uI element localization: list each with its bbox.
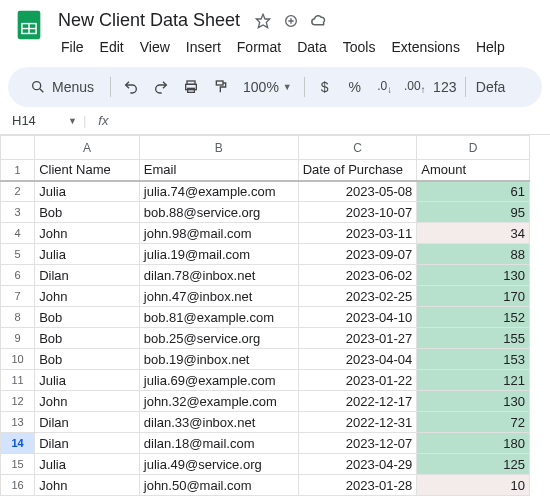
cell-email[interactable]: julia.69@example.com <box>139 370 298 391</box>
cell-date[interactable]: 2023-03-11 <box>298 223 417 244</box>
decrease-decimal-button[interactable]: .0↓ <box>371 73 399 101</box>
menu-view[interactable]: View <box>133 35 177 59</box>
row-head[interactable]: 14 <box>1 433 35 454</box>
cell-email[interactable]: julia.19@mail.com <box>139 244 298 265</box>
cell-email[interactable]: bob.25@service.org <box>139 328 298 349</box>
cell-amount[interactable]: 125 <box>417 454 530 475</box>
row-head[interactable]: 4 <box>1 223 35 244</box>
move-icon[interactable] <box>282 12 300 30</box>
cell-name[interactable]: Dilan <box>35 412 140 433</box>
cell-name[interactable]: Bob <box>35 307 140 328</box>
cell-amount[interactable]: 72 <box>417 412 530 433</box>
row-head[interactable]: 8 <box>1 307 35 328</box>
cell-name[interactable]: Dilan <box>35 265 140 286</box>
cell-amount[interactable]: 155 <box>417 328 530 349</box>
spreadsheet-grid[interactable]: A B C D 1 Client Name Email Date of Purc… <box>0 135 550 496</box>
col-head-c[interactable]: C <box>298 136 417 160</box>
cell-email[interactable]: dilan.33@inbox.net <box>139 412 298 433</box>
menu-data[interactable]: Data <box>290 35 334 59</box>
cell-email[interactable]: bob.81@example.com <box>139 307 298 328</box>
header-cell-email[interactable]: Email <box>139 160 298 181</box>
cell-amount[interactable]: 152 <box>417 307 530 328</box>
name-box[interactable]: H14 <box>8 111 62 130</box>
formula-bar-input[interactable] <box>120 113 550 128</box>
cell-amount[interactable]: 34 <box>417 223 530 244</box>
cell-date[interactable]: 2022-12-31 <box>298 412 417 433</box>
print-button[interactable] <box>177 73 205 101</box>
cell-amount[interactable]: 61 <box>417 181 530 202</box>
row-head[interactable]: 7 <box>1 286 35 307</box>
row-head[interactable]: 1 <box>1 160 35 181</box>
row-head[interactable]: 12 <box>1 391 35 412</box>
cell-email[interactable]: john.50@mail.com <box>139 475 298 496</box>
paint-format-button[interactable] <box>207 73 235 101</box>
cell-amount[interactable]: 153 <box>417 349 530 370</box>
font-dropdown[interactable]: Defa <box>472 79 510 95</box>
cell-email[interactable]: julia.74@example.com <box>139 181 298 202</box>
cell-name[interactable]: John <box>35 286 140 307</box>
cell-amount[interactable]: 180 <box>417 433 530 454</box>
cell-email[interactable]: julia.49@service.org <box>139 454 298 475</box>
header-cell-name[interactable]: Client Name <box>35 160 140 181</box>
cell-name[interactable]: Julia <box>35 181 140 202</box>
col-head-a[interactable]: A <box>35 136 140 160</box>
cell-name[interactable]: Julia <box>35 370 140 391</box>
row-head[interactable]: 13 <box>1 412 35 433</box>
redo-button[interactable] <box>147 73 175 101</box>
row-head[interactable]: 5 <box>1 244 35 265</box>
cell-email[interactable]: bob.88@service.org <box>139 202 298 223</box>
cell-amount[interactable]: 170 <box>417 286 530 307</box>
chevron-down-icon[interactable]: ▼ <box>68 116 77 126</box>
cell-name[interactable]: John <box>35 475 140 496</box>
cell-name[interactable]: John <box>35 223 140 244</box>
row-head[interactable]: 16 <box>1 475 35 496</box>
cell-date[interactable]: 2023-09-07 <box>298 244 417 265</box>
row-head[interactable]: 6 <box>1 265 35 286</box>
col-head-d[interactable]: D <box>417 136 530 160</box>
menu-extensions[interactable]: Extensions <box>384 35 466 59</box>
cell-date[interactable]: 2023-06-02 <box>298 265 417 286</box>
cell-name[interactable]: Bob <box>35 349 140 370</box>
menu-edit[interactable]: Edit <box>93 35 131 59</box>
cloud-status-icon[interactable] <box>310 12 328 30</box>
cell-amount[interactable]: 130 <box>417 391 530 412</box>
menu-format[interactable]: Format <box>230 35 288 59</box>
cell-date[interactable]: 2023-05-08 <box>298 181 417 202</box>
increase-decimal-button[interactable]: .00↑ <box>401 73 429 101</box>
menu-insert[interactable]: Insert <box>179 35 228 59</box>
cell-email[interactable]: bob.19@inbox.net <box>139 349 298 370</box>
toolbar-search[interactable]: Menus <box>20 75 104 99</box>
cell-amount[interactable]: 88 <box>417 244 530 265</box>
percent-button[interactable]: % <box>341 73 369 101</box>
currency-button[interactable]: $ <box>311 73 339 101</box>
cell-date[interactable]: 2023-02-25 <box>298 286 417 307</box>
menu-tools[interactable]: Tools <box>336 35 383 59</box>
cell-date[interactable]: 2023-04-04 <box>298 349 417 370</box>
cell-date[interactable]: 2022-12-17 <box>298 391 417 412</box>
cell-amount[interactable]: 10 <box>417 475 530 496</box>
cell-amount[interactable]: 130 <box>417 265 530 286</box>
document-title[interactable]: New Client Data Sheet <box>54 8 244 33</box>
col-head-b[interactable]: B <box>139 136 298 160</box>
row-head[interactable]: 10 <box>1 349 35 370</box>
cell-name[interactable]: Dilan <box>35 433 140 454</box>
cell-date[interactable]: 2023-04-10 <box>298 307 417 328</box>
row-head[interactable]: 9 <box>1 328 35 349</box>
header-cell-amount[interactable]: Amount <box>417 160 530 181</box>
cell-date[interactable]: 2023-01-22 <box>298 370 417 391</box>
cell-email[interactable]: dilan.78@inbox.net <box>139 265 298 286</box>
cell-name[interactable]: Bob <box>35 328 140 349</box>
star-icon[interactable] <box>254 12 272 30</box>
cell-name[interactable]: Julia <box>35 454 140 475</box>
cell-date[interactable]: 2023-04-29 <box>298 454 417 475</box>
cell-amount[interactable]: 121 <box>417 370 530 391</box>
cell-date[interactable]: 2023-01-28 <box>298 475 417 496</box>
cell-email[interactable]: john.98@mail.com <box>139 223 298 244</box>
cell-email[interactable]: john.47@inbox.net <box>139 286 298 307</box>
cell-email[interactable]: john.32@example.com <box>139 391 298 412</box>
cell-amount[interactable]: 95 <box>417 202 530 223</box>
cell-name[interactable]: Bob <box>35 202 140 223</box>
header-cell-date[interactable]: Date of Purchase <box>298 160 417 181</box>
select-all-corner[interactable] <box>1 136 35 160</box>
zoom-dropdown[interactable]: 100%▼ <box>237 79 298 95</box>
